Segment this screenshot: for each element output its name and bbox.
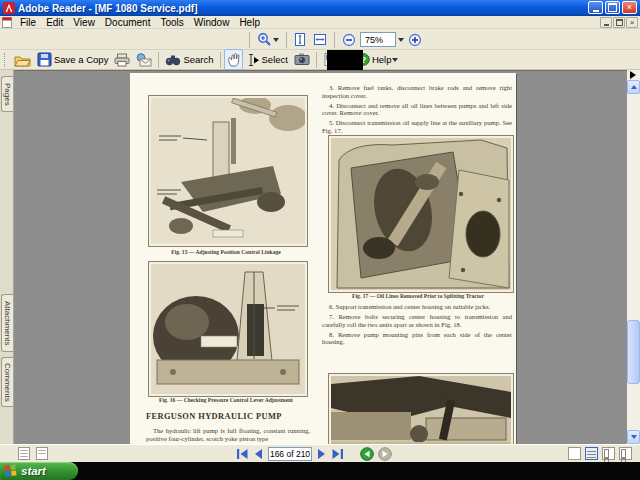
- step-3: 3. Remove fuel tanks, disconnect brake r…: [322, 84, 512, 99]
- adobe-reader-window: Adobe Reader - [MF 1080 Service.pdf] × F…: [0, 0, 640, 480]
- step-4: 4. Disconnect and remove all oil lines b…: [322, 102, 512, 117]
- menu-edit[interactable]: Edit: [41, 16, 68, 29]
- status-page-icon-a[interactable]: [18, 447, 30, 460]
- menu-help[interactable]: Help: [234, 16, 265, 29]
- figure-17-caption: Fig. 17 — Oil Lines Removed Prior to Spl…: [322, 293, 514, 300]
- zoom-out-button[interactable]: [339, 29, 359, 50]
- toolbar-separator: [158, 52, 159, 68]
- zoom-tool-button[interactable]: [254, 29, 282, 50]
- print-button[interactable]: [111, 49, 133, 70]
- select-tool-button[interactable]: Select: [243, 49, 291, 70]
- menu-window[interactable]: Window: [189, 16, 235, 29]
- zoom-toolbar: 75%: [0, 29, 640, 50]
- open-button[interactable]: [11, 49, 34, 70]
- menu-file[interactable]: File: [15, 16, 41, 29]
- minimize-button[interactable]: [588, 1, 603, 14]
- toolbar-separator: [316, 52, 317, 68]
- next-page-button[interactable]: [316, 448, 327, 460]
- toolbar-grip: [4, 53, 8, 67]
- last-page-button[interactable]: [331, 448, 344, 460]
- view-continuous-facing-icon[interactable]: [602, 447, 615, 460]
- next-view-button[interactable]: [378, 447, 392, 461]
- taskbar: start: [0, 462, 640, 480]
- help-label: Help: [372, 54, 392, 65]
- select-label: Select: [262, 54, 288, 65]
- menu-document[interactable]: Document: [100, 16, 156, 29]
- start-label: start: [21, 465, 46, 477]
- magnifier-plus-icon: [257, 32, 272, 47]
- search-button[interactable]: Search: [162, 49, 216, 70]
- zoom-level-dropdown[interactable]: [398, 38, 404, 42]
- doc-close-button[interactable]: ×: [626, 17, 638, 28]
- printer-icon: [114, 53, 130, 67]
- save-a-copy-label: Save a Copy: [54, 54, 108, 65]
- step-5: 5. Disconnect transmission oil supply li…: [322, 119, 512, 134]
- document-canvas[interactable]: Fig. 15 — Adjusting Position Control Lin…: [15, 70, 627, 444]
- menu-bar: File Edit View Document Tools Window Hel…: [0, 16, 640, 29]
- email-button[interactable]: [133, 49, 155, 70]
- menu-tools[interactable]: Tools: [155, 16, 188, 29]
- scrollbar-thumb[interactable]: [627, 320, 640, 384]
- zoom-in-button[interactable]: [405, 29, 425, 50]
- body-paragraph: The hydraulic lift pump is full floating…: [146, 427, 310, 443]
- adobe-reader-icon: [3, 2, 15, 14]
- vertical-scrollbar[interactable]: [627, 70, 640, 444]
- save-a-copy-button[interactable]: Save a Copy: [34, 49, 111, 70]
- page-number-field[interactable]: 166 of 210: [268, 447, 312, 461]
- hand-tool-button[interactable]: [224, 49, 243, 70]
- plus-circle-icon: [408, 33, 422, 47]
- page-layout-buttons: [568, 447, 632, 460]
- navigation-tab-strip: Pages Attachments Comments: [0, 70, 14, 444]
- binoculars-icon: [165, 53, 181, 66]
- start-button[interactable]: start: [0, 462, 78, 480]
- menu-view[interactable]: View: [68, 16, 100, 29]
- camera-icon: [294, 53, 310, 66]
- doc-restore-button[interactable]: [613, 17, 625, 28]
- zoom-level-field[interactable]: 75%: [360, 32, 396, 47]
- windows-logo-icon: [4, 464, 17, 477]
- help-dropdown[interactable]: [392, 58, 398, 62]
- toolbar-separator: [334, 32, 335, 48]
- sidebar-tab-comments[interactable]: Comments: [1, 357, 13, 407]
- fit-width-icon: [313, 32, 327, 47]
- toolbar-separator: [249, 32, 250, 48]
- view-continuous-icon[interactable]: [585, 447, 598, 460]
- previous-page-button[interactable]: [253, 448, 264, 460]
- section-heading: FERGUSON HYDRAULIC PUMP: [146, 412, 282, 421]
- scroll-up-button[interactable]: [627, 80, 640, 94]
- email-icon: [136, 53, 152, 67]
- view-single-page-icon[interactable]: [568, 447, 581, 460]
- zoom-tool-dropdown[interactable]: [273, 38, 279, 42]
- toolbar-overflow-chevron-icon[interactable]: [630, 71, 636, 79]
- document-pane: Pages Attachments Comments: [0, 70, 640, 444]
- figure-15-photo: [148, 95, 308, 247]
- snapshot-button[interactable]: [291, 49, 313, 70]
- fit-page-icon: [294, 32, 306, 47]
- hand-icon: [227, 52, 240, 67]
- doc-minimize-button[interactable]: [600, 17, 612, 28]
- first-page-button[interactable]: [236, 448, 249, 460]
- figure-label: [201, 336, 237, 347]
- previous-view-button[interactable]: [360, 447, 374, 461]
- pdf-page: Fig. 15 — Adjusting Position Control Lin…: [130, 73, 516, 444]
- title-bar: Adobe Reader - [MF 1080 Service.pdf] ×: [0, 0, 640, 16]
- pdf-document-icon: [2, 17, 12, 28]
- page-navigation: 166 of 210: [236, 446, 392, 462]
- toolbar-separator: [220, 52, 221, 68]
- view-facing-icon[interactable]: [619, 447, 632, 460]
- restore-button[interactable]: [605, 1, 620, 14]
- figure-17-photo: [328, 135, 514, 293]
- figure-18-photo: [328, 373, 514, 444]
- figure-16-photo: [148, 261, 308, 397]
- figure-16-caption: Fig. 16 — Checking Pressure Control Leve…: [140, 397, 312, 404]
- text-select-icon: [246, 53, 260, 67]
- status-bar: 166 of 210: [0, 444, 640, 462]
- status-page-icon-b[interactable]: [36, 447, 48, 460]
- close-button[interactable]: ×: [622, 1, 637, 14]
- scroll-down-button[interactable]: [627, 430, 640, 444]
- fit-width-button[interactable]: [310, 29, 330, 50]
- sidebar-tab-attachments[interactable]: Attachments: [1, 294, 13, 352]
- sidebar-tab-pages[interactable]: Pages: [1, 76, 13, 112]
- fit-page-button[interactable]: [291, 29, 309, 50]
- search-label: Search: [183, 54, 213, 65]
